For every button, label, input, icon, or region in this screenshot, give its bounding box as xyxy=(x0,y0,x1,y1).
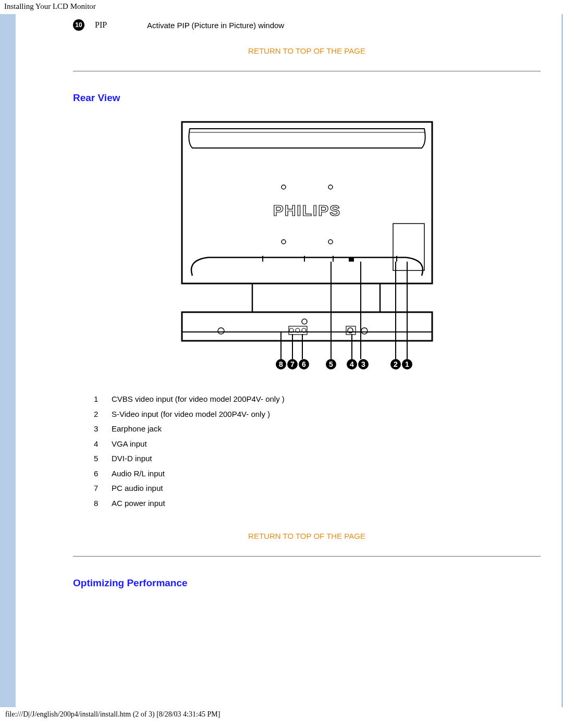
footer-file-path: file:///D|/J/english/200p4/install/insta… xyxy=(0,707,563,723)
svg-text:3: 3 xyxy=(361,360,365,368)
list-item: 4VGA input xyxy=(94,437,541,452)
page-frame: 10 PIP Activate PIP (Picture in Picture)… xyxy=(0,14,563,707)
callout-5: 5 xyxy=(326,359,336,369)
list-item: 1CVBS video input (for video model 200P4… xyxy=(94,392,541,407)
section-divider xyxy=(73,556,541,557)
list-item: 5DVI-D input xyxy=(94,451,541,466)
svg-point-2 xyxy=(282,185,286,189)
callout-1: 1 xyxy=(402,359,412,369)
svg-text:8: 8 xyxy=(279,360,283,368)
page-header-title: Installing Your LCD Monitor xyxy=(0,0,563,14)
svg-text:4: 4 xyxy=(350,360,354,368)
list-item: 6Audio R/L input xyxy=(94,466,541,482)
return-to-top-link[interactable]: RETURN TO TOP OF THE PAGE xyxy=(73,532,541,540)
svg-rect-6 xyxy=(393,224,424,270)
pip-description: Activate PIP (Picture in Picture) window xyxy=(147,21,284,30)
svg-text:1: 1 xyxy=(405,360,409,368)
svg-point-16 xyxy=(218,328,224,334)
brand-logo: PHILIPS xyxy=(273,202,341,219)
svg-rect-10 xyxy=(349,257,354,262)
callout-6: 6 xyxy=(299,359,309,369)
pip-number-badge: 10 xyxy=(73,19,84,31)
svg-text:2: 2 xyxy=(394,360,398,368)
svg-point-4 xyxy=(282,240,286,244)
callout-3: 3 xyxy=(358,359,369,369)
callout-7: 7 xyxy=(287,359,298,369)
rear-view-heading: Rear View xyxy=(73,92,541,104)
optimizing-performance-heading: Optimizing Performance xyxy=(73,577,541,589)
list-item: 8AC power input xyxy=(94,496,541,511)
section-divider xyxy=(73,71,541,71)
callout-8: 8 xyxy=(276,359,286,369)
callout-4: 4 xyxy=(347,359,357,369)
svg-text:5: 5 xyxy=(329,360,333,368)
svg-text:6: 6 xyxy=(302,360,306,368)
rear-view-diagram: PHILIPS xyxy=(73,119,541,376)
list-item: 3Earphone jack xyxy=(94,422,541,437)
callout-2: 2 xyxy=(390,359,401,369)
port-list: 1CVBS video input (for video model 200P4… xyxy=(94,392,541,511)
svg-text:7: 7 xyxy=(290,360,295,368)
pip-row: 10 PIP Activate PIP (Picture in Picture)… xyxy=(73,19,541,31)
list-item: 7PC audio input xyxy=(94,481,541,496)
svg-point-18 xyxy=(302,319,307,324)
svg-point-5 xyxy=(328,240,333,244)
svg-point-17 xyxy=(361,328,368,334)
pip-label: PIP xyxy=(95,20,121,30)
list-item: 2S-Video input (for video model 200P4V- … xyxy=(94,407,541,422)
return-to-top-link[interactable]: RETURN TO TOP OF THE PAGE xyxy=(73,46,541,55)
svg-rect-22 xyxy=(289,326,307,335)
svg-point-3 xyxy=(328,185,333,189)
